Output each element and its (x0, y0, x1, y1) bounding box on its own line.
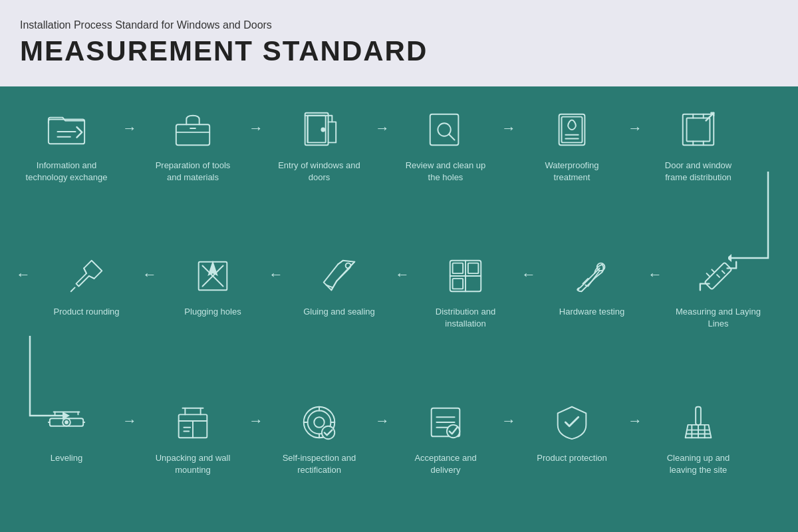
svg-line-47 (71, 287, 75, 291)
svg-line-30 (578, 289, 579, 290)
svg-point-65 (314, 417, 325, 428)
arrow-11-10: ← (266, 253, 286, 283)
measure-icon (695, 253, 741, 299)
step-acceptance: Acceptance and delivery (392, 399, 499, 476)
plug-icon (190, 253, 236, 299)
step-tools-prep: Preparation of tools and materials (140, 106, 246, 184)
arrow-17-18: → (625, 399, 645, 430)
step-measuring-label: Measuring and Laying Lines (675, 306, 761, 330)
row-3: Leveling → Unpacking and wall mounting → (13, 399, 751, 476)
wrench-icon (569, 253, 615, 299)
row-2: Measuring and Laying Lines ← Hardware te… (13, 253, 771, 330)
step-distrib-install: Distribution and installation (412, 253, 519, 330)
magnify-icon (422, 106, 469, 153)
svg-line-28 (722, 271, 725, 273)
connector-right (728, 172, 771, 265)
svg-line-46 (84, 268, 86, 273)
step-cleanup: Cleaning up and leaving the site (645, 399, 751, 476)
step-entry-windows: Entry of windows and doors (266, 106, 372, 184)
svg-rect-34 (453, 263, 464, 274)
step-review-holes: Review and clean up the holes (392, 106, 499, 184)
arrow-15-16: → (372, 399, 392, 430)
door-entry-icon (296, 106, 342, 153)
step-info-exchange: Information and technology exchange (13, 106, 120, 184)
step-unpacking-label: Unpacking and wall mounting (150, 452, 236, 476)
svg-line-12 (449, 134, 455, 140)
step-rounding-label: Product rounding (53, 306, 119, 318)
step-waterproofing-label: Waterproofing treatment (529, 160, 615, 184)
step-tools-prep-label: Preparation of tools and materials (150, 160, 236, 184)
arrow-4-5: → (499, 106, 519, 137)
step-waterproofing: Waterproofing treatment (519, 106, 625, 184)
step-protection-label: Product protection (537, 452, 607, 464)
step-gluing-label: Gluing and sealing (303, 306, 375, 318)
unpack-icon (170, 399, 216, 446)
svg-rect-76 (696, 407, 701, 425)
step-measuring: Measuring and Laying Lines (665, 253, 771, 330)
row-1: Information and technology exchange → Pr… (13, 106, 751, 184)
step-hardware-test: Hardware testing (539, 253, 645, 318)
svg-rect-17 (683, 114, 714, 146)
svg-line-37 (338, 261, 343, 265)
main-content: Information and technology exchange → Pr… (0, 86, 798, 532)
waterproof-icon (549, 106, 595, 153)
header-subtitle: Installation Process Standard for Window… (20, 19, 778, 31)
step-review-holes-label: Review and clean up the holes (402, 160, 489, 184)
step-cleanup-label: Cleaning up and leaving the site (655, 452, 741, 476)
step-unpacking: Unpacking and wall mounting (140, 399, 246, 476)
level-icon (43, 399, 90, 446)
svg-line-26 (712, 269, 714, 272)
step-distrib-install-label: Distribution and installation (422, 306, 509, 330)
header: Installation Process Standard for Window… (0, 0, 798, 86)
svg-point-39 (346, 263, 351, 269)
svg-rect-35 (468, 263, 479, 274)
arrow-9-8: ← (519, 253, 539, 283)
arrow-row2-start: ← (13, 253, 33, 283)
arrow-1-2: → (120, 106, 140, 137)
svg-marker-42 (207, 261, 218, 276)
svg-line-45 (89, 276, 94, 279)
arrow-8-7: ← (645, 253, 665, 283)
folder-icon (43, 106, 90, 153)
step-plugging: Plugging holes (160, 253, 266, 318)
header-title: MEASUREMENT STANDARD (20, 35, 778, 67)
frame-icon (675, 106, 722, 153)
step-leveling-label: Leveling (51, 452, 82, 464)
step-self-inspect-label: Self-inspection and rectification (276, 452, 362, 476)
step-acceptance-label: Acceptance and delivery (402, 452, 489, 476)
broom-icon (675, 399, 722, 446)
svg-rect-18 (687, 118, 710, 142)
step-self-inspect: Self-inspection and rectification (266, 399, 372, 476)
arrow-14-15: → (246, 399, 266, 430)
grid-icon (442, 253, 489, 299)
arrow-2-3: → (246, 106, 266, 137)
arrow-5-6: → (625, 106, 645, 137)
step-info-exchange-label: Information and technology exchange (23, 160, 110, 184)
step-rounding: Product rounding (33, 253, 140, 318)
glue-icon (316, 253, 362, 299)
svg-line-25 (707, 273, 710, 276)
arrow-12-11: ← (140, 253, 160, 283)
svg-rect-3 (176, 124, 209, 145)
step-plugging-label: Plugging holes (184, 306, 241, 318)
step-entry-windows-label: Entry of windows and doors (276, 160, 362, 184)
svg-point-51 (65, 421, 68, 424)
accept-icon (422, 399, 469, 446)
toolbox-icon (170, 106, 216, 153)
shield-icon (549, 399, 595, 446)
step-hardware-test-label: Hardware testing (559, 306, 624, 318)
arrow-3-4: → (372, 106, 392, 137)
step-leveling: Leveling (13, 399, 120, 464)
arrow-16-17: → (499, 399, 519, 430)
step-gluing: Gluing and sealing (286, 253, 392, 318)
arrow-10-9: ← (392, 253, 412, 283)
svg-line-27 (717, 275, 720, 277)
inspect-icon (296, 399, 342, 446)
pin-icon (63, 253, 110, 299)
step-protection: Product protection (519, 399, 625, 464)
svg-point-9 (321, 128, 325, 132)
arrow-13-14: → (120, 399, 140, 430)
svg-rect-36 (453, 279, 464, 289)
